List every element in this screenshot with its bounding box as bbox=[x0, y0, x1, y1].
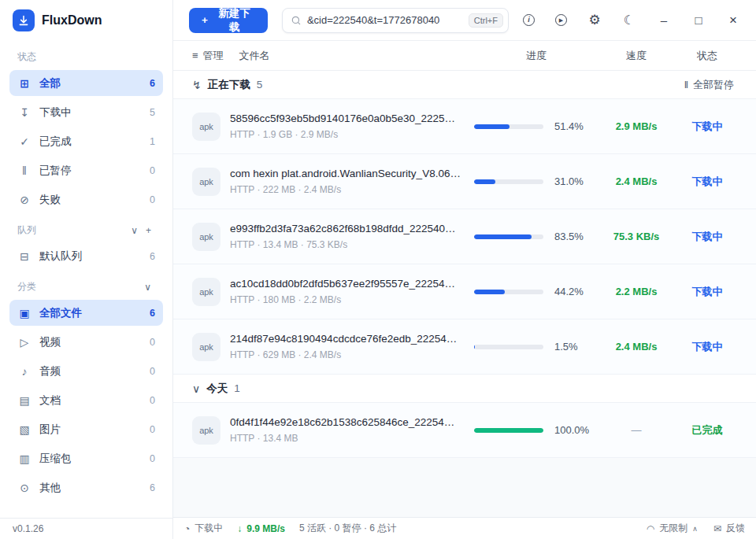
sidebar-item-audio[interactable]: ♪ 音频 0 bbox=[9, 358, 163, 384]
sidebar-item-completed[interactable]: ✓ 已完成 1 bbox=[9, 128, 163, 154]
sidebar-item-all[interactable]: ⊞ 全部 6 bbox=[9, 70, 163, 96]
theme-moon-icon[interactable]: ☾ bbox=[622, 13, 636, 28]
chevron-up-icon: ∧ bbox=[692, 525, 698, 533]
close-button[interactable]: × bbox=[726, 13, 740, 28]
item-count: 1 bbox=[150, 136, 155, 147]
download-row[interactable]: apk com hexin plat.android.WanlianSecuri… bbox=[173, 154, 756, 209]
download-speed: 75.3 KB/s bbox=[598, 231, 674, 242]
queue-collapse-icon[interactable]: ∨ bbox=[127, 225, 142, 236]
minimize-button[interactable]: – bbox=[657, 13, 671, 28]
group-header-downloading: ↯ 正在下载 5 ‖ 全部暂停 bbox=[173, 71, 756, 99]
image-icon: ▧ bbox=[17, 423, 32, 436]
manage-button[interactable]: ≡ 管理 bbox=[192, 49, 224, 63]
file-name: com hexin plat.android.WanlianSecurity_V… bbox=[230, 168, 461, 179]
progress-percent: 51.4% bbox=[554, 120, 584, 132]
file-name: e993ffb2d3fa73a62c862f68b198dfdd_222540… bbox=[230, 223, 456, 234]
topbar-icons: i ▶ ⚙ ☾ – □ × bbox=[523, 13, 740, 28]
file-meta: HTTP · 1.9 GB · 2.9 MB/s bbox=[230, 129, 455, 140]
download-row[interactable]: apk e993ffb2d3fa73a62c862f68b198dfdd_222… bbox=[173, 209, 756, 264]
download-row[interactable]: apk ac10cd18dd0bf2dfd5b637ee2f95557e_222… bbox=[173, 264, 756, 319]
column-progress: 进度 bbox=[474, 49, 598, 63]
archive-icon: ▥ bbox=[17, 452, 32, 465]
download-list: ↯ 正在下载 5 ‖ 全部暂停 apk 58596cc5f93eb5bd9140… bbox=[173, 71, 756, 517]
filetype-badge: apk bbox=[192, 168, 220, 196]
sidebar-item-default-queue[interactable]: ⊟ 默认队列 6 bbox=[9, 243, 163, 269]
pause-icon: ‖ bbox=[17, 164, 32, 177]
download-row[interactable]: apk 58596cc5f93eb5bd9140176e0a0b5e30_222… bbox=[173, 99, 756, 154]
sidebar-item-docs[interactable]: ▤ 文档 0 bbox=[9, 387, 163, 413]
main-area: + 新建下载 Ctrl+F i ▶ ⚙ ☾ – □ × bbox=[173, 0, 756, 539]
sidebar-item-failed[interactable]: ⊘ 失败 0 bbox=[9, 186, 163, 212]
pause-all-icon: ‖ bbox=[684, 79, 688, 90]
sidebar-item-label: 下载中 bbox=[39, 105, 72, 120]
item-count: 0 bbox=[150, 337, 155, 348]
group-title: 正在下载 bbox=[208, 78, 250, 92]
download-speed: 2.9 MB/s bbox=[598, 120, 674, 132]
search-input[interactable] bbox=[307, 14, 463, 26]
sidebar-item-label: 失败 bbox=[39, 193, 61, 207]
item-count: 0 bbox=[150, 366, 155, 377]
check-icon: ✓ bbox=[17, 135, 32, 148]
sidebar-item-downloading[interactable]: ↧ 下载中 5 bbox=[9, 99, 163, 125]
table-header: ≡ 管理 文件名 进度 速度 状态 bbox=[173, 41, 756, 71]
progress-percent: 1.5% bbox=[554, 341, 578, 353]
other-icon: ⊙ bbox=[17, 482, 32, 494]
download-row[interactable]: apk 214df87e94c8190494cdcdce76fe2edb_222… bbox=[173, 319, 756, 375]
sidebar-item-archives[interactable]: ▥ 压缩包 0 bbox=[9, 445, 163, 471]
sidebar-item-label: 默认队列 bbox=[39, 249, 82, 264]
document-icon: ▤ bbox=[17, 394, 32, 407]
state-clock-icon: ◔ bbox=[184, 523, 190, 534]
settings-gear-icon[interactable]: ⚙ bbox=[587, 13, 602, 28]
gauge-icon: ◠ bbox=[647, 523, 654, 534]
status-label[interactable]: 下载中 bbox=[674, 285, 740, 299]
sidebar-item-other[interactable]: ⊙ 其他 6 bbox=[9, 474, 163, 500]
column-speed: 速度 bbox=[598, 49, 674, 63]
maximize-button[interactable]: □ bbox=[691, 13, 706, 28]
sidebar-item-label: 已暂停 bbox=[39, 164, 72, 178]
sidebar: FluxDown 状态 ⊞ 全部 6 ↧ 下载中 5 ✓ 已完成 1 ‖ 已暂停… bbox=[0, 0, 173, 539]
progress-bar bbox=[474, 290, 543, 294]
feedback-button[interactable]: ✉ 反馈 bbox=[713, 522, 745, 535]
filetype-badge: apk bbox=[192, 223, 220, 251]
group-title: 今天 bbox=[206, 382, 228, 396]
file-meta: HTTP · 222 MB · 2.4 MB/s bbox=[230, 184, 461, 195]
progress-bar bbox=[474, 345, 543, 349]
pause-all-button[interactable]: ‖ 全部暂停 bbox=[684, 78, 737, 92]
info-icon[interactable]: i bbox=[523, 14, 535, 26]
speed-limit-button[interactable]: ◠ 无限制 ∧ bbox=[647, 522, 698, 535]
sidebar-item-label: 全部文件 bbox=[39, 306, 82, 320]
item-count: 6 bbox=[150, 482, 155, 493]
chevron-down-icon[interactable]: ∨ bbox=[192, 382, 200, 395]
item-count: 0 bbox=[150, 453, 155, 464]
sidebar-item-video[interactable]: ▷ 视频 0 bbox=[9, 329, 163, 355]
status-label[interactable]: 已完成 bbox=[674, 423, 740, 437]
item-count: 0 bbox=[150, 194, 155, 205]
search-box[interactable]: Ctrl+F bbox=[282, 8, 509, 33]
file-name: 58596cc5f93eb5bd9140176e0a0b5e30_2225… bbox=[230, 113, 455, 124]
status-label[interactable]: 下载中 bbox=[674, 120, 740, 134]
file-meta: HTTP · 629 MB · 2.4 MB/s bbox=[230, 349, 457, 360]
item-count: 0 bbox=[150, 165, 155, 176]
search-shortcut-badge: Ctrl+F bbox=[469, 13, 503, 28]
status-label[interactable]: 下载中 bbox=[674, 175, 740, 189]
sidebar-item-label: 图片 bbox=[39, 423, 61, 437]
column-filename: 文件名 bbox=[239, 49, 270, 63]
download-row[interactable]: apk 0fd4f1f44e92e18c62b1538c625846ce_222… bbox=[173, 403, 756, 458]
app-window: FluxDown 状态 ⊞ 全部 6 ↧ 下载中 5 ✓ 已完成 1 ‖ 已暂停… bbox=[0, 0, 756, 539]
group-header-today: ∨ 今天 1 bbox=[173, 375, 756, 403]
video-icon: ▷ bbox=[17, 336, 32, 349]
sidebar-item-all-files[interactable]: ▣ 全部文件 6 bbox=[9, 300, 163, 326]
filetype-badge: apk bbox=[192, 278, 220, 306]
new-download-button[interactable]: + 新建下载 bbox=[189, 8, 268, 33]
sidebar-item-paused[interactable]: ‖ 已暂停 0 bbox=[9, 157, 163, 183]
status-label[interactable]: 下载中 bbox=[674, 230, 740, 244]
brand: FluxDown bbox=[9, 0, 163, 41]
sidebar-item-images[interactable]: ▧ 图片 0 bbox=[9, 416, 163, 442]
audio-icon: ♪ bbox=[17, 365, 32, 378]
app-version: v0.1.26 bbox=[0, 518, 172, 539]
play-circle-icon[interactable]: ▶ bbox=[555, 14, 567, 26]
progress-percent: 31.0% bbox=[554, 175, 584, 187]
add-queue-button[interactable]: + bbox=[142, 225, 155, 236]
category-collapse-icon[interactable]: ∨ bbox=[140, 282, 155, 293]
status-label[interactable]: 下载中 bbox=[674, 340, 740, 354]
